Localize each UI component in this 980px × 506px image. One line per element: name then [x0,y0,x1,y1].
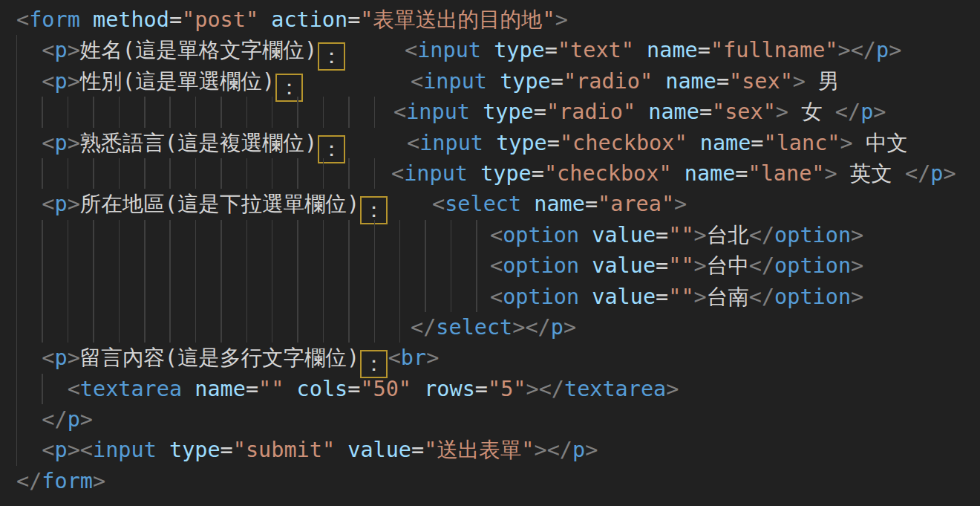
code-line-14[interactable]: </p> [0,404,980,435]
code-token: "5" [488,377,526,401]
code-token: type [169,438,220,462]
code-token: cols [297,377,348,401]
code-token: select [436,315,512,340]
code-token: = [547,131,560,155]
code-token: name [665,69,716,94]
code-token [579,285,592,309]
code-token: input [404,161,468,186]
code-line-10[interactable]: <option value="">台南</option> [0,282,980,312]
code-line-6[interactable]: <input type="checkbox" name="lane"> 英文 <… [0,158,980,189]
code-token: > [93,469,105,493]
code-abs-segment: <option value="">台中</option> [490,250,863,281]
code-line-4[interactable]: <input type="radio" name="sex"> 女 </p> [0,97,980,127]
code-token: 熟悉語言(這是複選欄位) [80,131,317,155]
code-token: = [656,253,668,278]
code-line-2[interactable]: <p>姓名(這是單格文字欄位)：<input type="text" name=… [0,35,980,65]
code-token: p [930,161,943,186]
code-line-8[interactable]: <option value="">台北</option> [0,220,980,250]
code-token: > [824,161,837,186]
code-token: </ [749,285,774,309]
code-token [16,377,68,401]
code-token: > [555,7,568,32]
code-token: method [93,7,169,32]
code-token: < [42,346,54,370]
code-token: > [564,315,576,340]
code-token [487,69,500,94]
code-token: 男 [806,69,840,94]
code-token [16,438,42,462]
code-token: option [503,223,579,247]
code-token: 性別(這是單選欄位) [80,69,275,94]
code-line-7[interactable]: <p>所在地區(這是下拉選單欄位)：<select name="area"> [0,189,980,219]
code-token: "表單送出的目的地" [360,7,555,32]
code-line-12[interactable]: <p>留言內容(這是多行文字欄位)：<br> [0,343,980,373]
code-token [579,253,592,278]
code-token: >< [68,438,93,462]
code-token: name [648,100,699,124]
code-token [521,192,534,216]
code-token [636,100,648,124]
code-token: = [545,38,558,62]
code-token [687,131,700,155]
code-line-5[interactable]: <p>熟悉語言(這是複選欄位)：<input type="checkbox" n… [0,128,980,158]
code-token: > [426,346,439,370]
code-token: < [42,38,54,62]
code-token: > [840,131,852,155]
code-token: </ [411,315,436,340]
code-abs-segment: <select name="area"> [432,189,687,219]
code-token: "送出表單" [424,438,534,462]
code-token: value [592,223,656,247]
code-line-13[interactable]: <textarea name="" cols="50" rows="5"></t… [0,374,980,404]
code-token [411,377,424,401]
code-token: 女 [788,100,835,124]
code-token: > [943,161,956,186]
code-flow-segment: <p>姓名(這是單格文字欄位)： [16,38,346,62]
code-token: ></ [512,315,550,340]
code-token: p [860,100,873,124]
indent-guides [16,158,376,189]
code-token: > [873,100,886,124]
code-flow-segment: <textarea name="" cols="50" rows="5"></t… [16,377,679,401]
code-line-16[interactable]: </form> [0,466,980,496]
code-token: 姓名(這是單格文字欄位) [80,38,317,62]
code-token: < [42,192,54,216]
code-token [80,7,93,32]
code-token: </ [749,223,774,247]
code-editor[interactable]: <form method="post" action="表單送出的目的地"> <… [0,0,980,506]
code-line-15[interactable]: <p><input type="submit" value="送出表單"></p… [0,435,980,465]
code-abs-segment: <input type="checkbox" name="lane"> 英文 <… [391,158,956,189]
code-token: = [699,100,712,124]
code-token [16,69,42,94]
code-token: name [647,38,698,62]
code-line-11[interactable]: </select></p> [0,312,980,343]
code-token: > [889,38,901,62]
code-token: < [490,285,503,309]
code-token: "" [668,285,693,309]
code-token: input [93,438,157,462]
code-token: name [685,161,736,186]
code-token [335,438,347,462]
code-token [258,7,271,32]
code-token: value [592,253,656,278]
code-token: "checkbox" [544,161,672,186]
code-line-9[interactable]: <option value="">台中</option> [0,250,980,281]
code-token: name [700,131,751,155]
code-token: = [411,438,424,462]
code-token: option [503,285,579,309]
code-token: > [68,38,80,62]
code-token: < [42,131,54,155]
code-token: type [483,100,534,124]
code-token: value [347,438,411,462]
code-token: form [42,469,93,493]
code-token: "radio" [546,100,636,124]
code-token [284,377,296,401]
code-token: p [55,69,68,94]
code-token: name [534,192,585,216]
code-token: < [432,192,445,216]
code-token: = [551,69,564,94]
code-token: "" [258,377,284,401]
code-line-3[interactable]: <p>性別(這是單選欄位)：<input type="radio" name="… [0,66,980,97]
code-token: > [851,223,863,247]
code-line-1[interactable]: <form method="post" action="表單送出的目的地"> [0,4,980,35]
code-token: ></ [837,38,875,62]
